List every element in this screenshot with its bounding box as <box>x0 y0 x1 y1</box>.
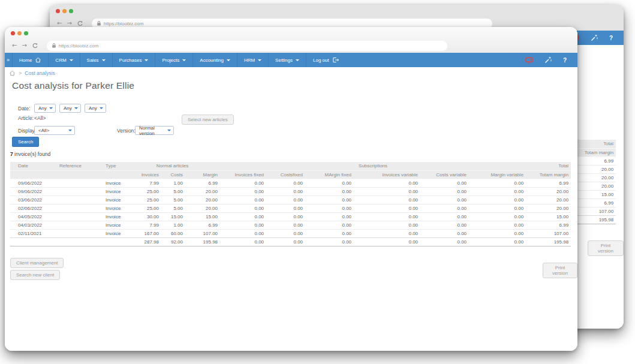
cell: 25.00 <box>125 195 161 204</box>
traffic-lights <box>56 9 73 13</box>
results-count: 7 invoice(s) found <box>10 151 50 157</box>
cell: 04/05/2022 <box>10 212 57 221</box>
cell: 0.00 <box>420 187 469 195</box>
display-dropdown[interactable]: <All> <box>34 126 75 135</box>
cell: 25.00 <box>125 204 161 212</box>
cell: 0.00 <box>354 212 420 221</box>
cell: 6.99 <box>185 179 220 187</box>
column-header: Date <box>10 162 57 170</box>
cell <box>57 237 103 246</box>
home-icon[interactable] <box>9 70 16 76</box>
cell: 0.00 <box>305 204 354 212</box>
nav-item-purchases[interactable]: Purchases <box>112 53 155 67</box>
cell: 7.99 <box>125 221 161 229</box>
cell: 0.00 <box>354 237 420 246</box>
maximize-window-button[interactable] <box>69 9 73 13</box>
group-header: Normal articles <box>125 162 220 170</box>
chevron-down-icon <box>227 59 230 63</box>
minimize-window-button[interactable] <box>17 31 22 35</box>
reload-button[interactable] <box>77 20 83 27</box>
nav-item-home[interactable]: Home <box>12 53 48 67</box>
client-management-button[interactable]: Client management <box>10 258 64 268</box>
chevron-down-icon <box>49 107 53 111</box>
cell <box>10 237 57 246</box>
forward-button[interactable]: → <box>22 43 26 49</box>
maximize-window-button[interactable] <box>24 31 28 35</box>
logout-icon <box>332 57 339 63</box>
table-row: 02/11/2021Invoice167.0060.00107.000.000.… <box>10 229 571 237</box>
date-dropdown-1[interactable]: Any <box>34 104 56 113</box>
cell: 0.00 <box>266 237 305 246</box>
magic-wand-icon[interactable] <box>544 56 552 64</box>
article-filter-label: Article: <box>18 115 34 121</box>
help-button[interactable]: ? <box>609 35 613 41</box>
browser-chrome: ← → https://bloobiz.com <box>5 27 577 53</box>
version-dropdown[interactable]: Normal version <box>135 126 174 135</box>
close-window-button[interactable] <box>56 9 60 13</box>
breadcrumb-link[interactable]: Cost analysis <box>25 70 55 76</box>
cell: 20.00 <box>185 187 220 195</box>
nav-item-logout[interactable]: Log out <box>306 53 346 67</box>
cell: 6.99 <box>185 221 220 229</box>
forward-button[interactable]: → <box>67 20 71 26</box>
cell: 20.00 <box>571 173 616 182</box>
cell: 20.00 <box>185 204 220 212</box>
cell: 0.00 <box>220 187 266 195</box>
nav-item-sales[interactable]: Sales <box>80 53 112 67</box>
nav-item-crm[interactable]: CRM <box>48 53 79 67</box>
chevron-down-icon <box>182 59 186 63</box>
back-button[interactable]: ← <box>12 43 17 49</box>
nav-item-settings[interactable]: Settings <box>268 53 306 67</box>
select-new-articles-button[interactable]: Select new articles <box>182 115 234 125</box>
nav-item-hrm[interactable]: HRM <box>237 53 268 67</box>
cell: 287.98 <box>125 237 161 246</box>
chevron-down-icon <box>68 130 72 133</box>
cell <box>57 204 103 212</box>
lock-icon <box>97 20 101 26</box>
cell: Invoice <box>103 179 125 187</box>
minimize-window-button[interactable] <box>62 9 67 13</box>
table-subheader-row: Invoices Costs Margin Invoices fixed Cos… <box>10 170 571 179</box>
cell: 03/06/2022 <box>10 195 57 204</box>
magic-wand-icon[interactable] <box>591 34 598 41</box>
reload-button[interactable] <box>32 43 38 49</box>
close-window-button[interactable] <box>11 31 15 35</box>
cell: 107.00 <box>571 207 616 215</box>
date-dropdown-3[interactable]: Any <box>85 104 106 113</box>
cell: Invoice <box>103 221 125 229</box>
cell: 167.00 <box>125 229 161 237</box>
address-bar[interactable]: https://bloobiz.com <box>47 41 447 51</box>
table-row: 04/05/2022Invoice30.0015.0015.000.000.00… <box>10 212 571 221</box>
nav-collapse-button[interactable]: » <box>5 53 12 67</box>
table-row: 02/06/2022Invoice25.005.0020.000.000.000… <box>10 204 571 212</box>
cell: 20.00 <box>185 195 220 204</box>
cell: 0.00 <box>220 229 266 237</box>
url-text: https://bloobiz.com <box>104 21 144 26</box>
back-button[interactable]: ← <box>57 20 62 26</box>
cell: 195.98 <box>526 237 571 246</box>
group-header: Subscriptions <box>220 162 526 170</box>
column-header: Costs <box>161 170 185 179</box>
chevron-down-icon <box>70 59 73 63</box>
nav-item-projects[interactable]: Projects <box>155 53 192 67</box>
page-title: Cost analysis for Parker Ellie <box>12 80 134 91</box>
cell: 0.00 <box>354 179 420 187</box>
print-version-button[interactable]: Print version <box>588 240 624 256</box>
browser-toolbar: ← → https://bloobiz.com <box>10 40 573 52</box>
column-header: Costs variable <box>420 170 469 179</box>
search-new-client-button[interactable]: Search new client <box>10 270 60 280</box>
screen-share-icon[interactable] <box>525 57 533 64</box>
column-header: Invoices <box>125 170 161 179</box>
table-row: 09/06/2022Invoice25.005.0020.000.000.000… <box>10 187 571 195</box>
table-row: 03/06/2022Invoice25.005.0020.000.000.000… <box>10 195 571 204</box>
date-dropdown-2[interactable]: Any <box>59 104 81 113</box>
cell: 0.00 <box>354 187 420 195</box>
cell: 20.00 <box>526 195 571 204</box>
cell: 09/06/2022 <box>10 179 57 187</box>
search-button[interactable]: Search <box>12 137 39 147</box>
print-version-button[interactable]: Print version <box>543 263 577 278</box>
help-button[interactable]: ? <box>563 57 567 64</box>
desktop: ← → https://bloobiz.com » Home CRM Sales… <box>0 0 635 364</box>
cell: 0.00 <box>420 221 469 229</box>
nav-item-accounting[interactable]: Accounting <box>192 53 237 67</box>
